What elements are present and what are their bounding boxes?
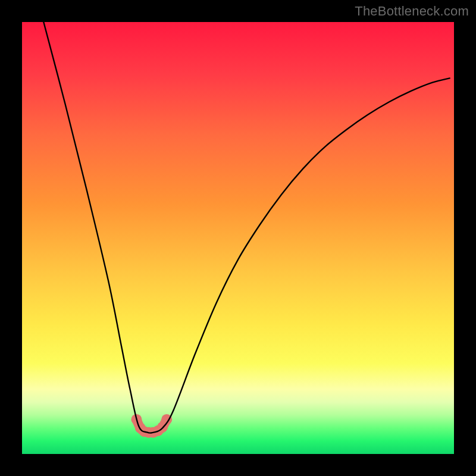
bottleneck-curve: [43, 22, 449, 433]
chart-area: [22, 22, 454, 454]
chart-svg: [22, 22, 454, 454]
marker-layer: [131, 414, 172, 438]
watermark-text: TheBottleneck.com: [355, 4, 469, 19]
outer-frame: TheBottleneck.com: [0, 0, 476, 476]
